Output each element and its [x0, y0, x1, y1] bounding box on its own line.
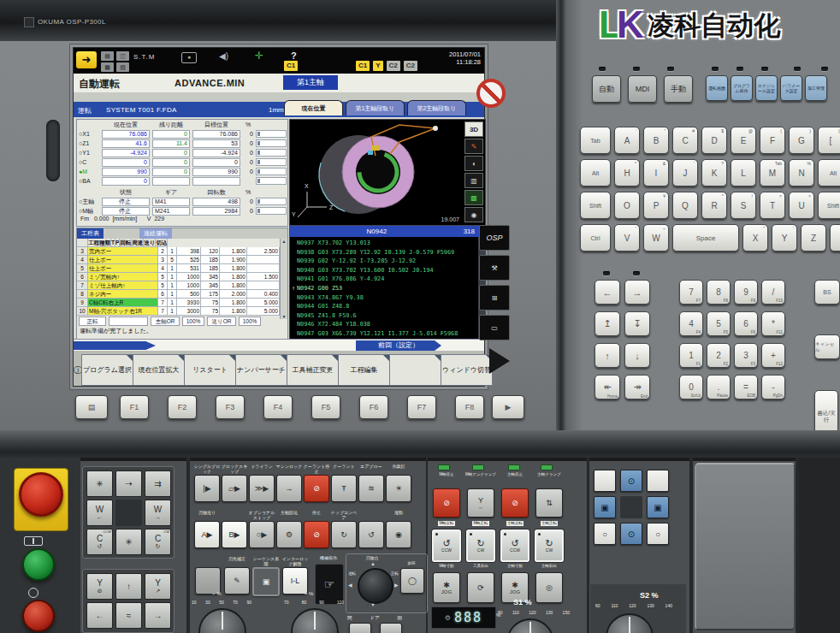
- jog-key[interactable]: W←: [86, 500, 113, 526]
- numpad-key[interactable]: -PgDn: [761, 375, 785, 399]
- keyboard-key[interactable]: Shift: [580, 192, 611, 219]
- viewer-tool-button[interactable]: ▥: [464, 173, 483, 188]
- menu-page-key[interactable]: プログラム操作: [731, 75, 753, 101]
- process-row[interactable]: 6 ミゾ荒幅内↑ 5 1 1000 345 1.800 1.500: [77, 273, 287, 281]
- keyboard-key[interactable]: Ctrl: [580, 224, 611, 251]
- auxiliary-key[interactable]: ⊙: [620, 470, 642, 492]
- keyboard-key[interactable]: Alt: [580, 159, 611, 186]
- bezel-touch-button[interactable]: OSP: [479, 225, 510, 251]
- function-label[interactable]: ウィンドウ切替: [441, 354, 493, 386]
- keyboard-key[interactable]: X": [742, 224, 768, 251]
- bezel-touch-button[interactable]: ⚒: [479, 255, 510, 281]
- operation-key[interactable]: ≋: [358, 475, 384, 502]
- keyboard-key[interactable]: L: [731, 159, 756, 186]
- menu-key[interactable]: ▤: [75, 395, 108, 419]
- operation-key[interactable]: ▱▶: [222, 475, 247, 502]
- keyboard-key[interactable]: C#: [672, 127, 698, 154]
- operation-key[interactable]: →: [276, 475, 302, 502]
- keyboard-key[interactable]: K?: [701, 159, 727, 186]
- numpad-key[interactable]: 9F9: [734, 280, 758, 305]
- cursor-key[interactable]: ←: [595, 280, 620, 305]
- keyboard-key[interactable]: Alt: [818, 159, 840, 186]
- process-row[interactable]: 8 ネジ内ー 6 1 500 175 2.000 0.400: [77, 290, 287, 299]
- cursor-key[interactable]: ↓: [624, 343, 650, 368]
- numpad-key[interactable]: 4F4: [679, 311, 703, 336]
- power-off-button[interactable]: [22, 600, 55, 632]
- keyboard-key[interactable]: [{: [818, 127, 840, 154]
- operation-key[interactable]: ✎: [224, 567, 250, 595]
- cancel-key[interactable]: キャンセル: [814, 334, 840, 359]
- feed-override-dial[interactable]: [198, 608, 246, 633]
- bezel-touch-button[interactable]: ▭: [479, 315, 510, 340]
- operation-key[interactable]: ⚙: [276, 521, 302, 548]
- emergency-stop-button[interactable]: [19, 472, 63, 517]
- function-key[interactable]: F8: [455, 395, 484, 419]
- function-label[interactable]: ナンバーサーチ: [235, 354, 287, 386]
- function-key[interactable]: F3: [216, 395, 245, 419]
- auxiliary-key[interactable]: ▣: [594, 496, 616, 518]
- numpad-key[interactable]: 1F1: [679, 343, 703, 368]
- jog-key[interactable]: ≈: [115, 602, 142, 629]
- function-key[interactable]: F4: [263, 395, 293, 419]
- keyboard-key[interactable]: S!: [731, 192, 756, 219]
- function-label[interactable]: [389, 354, 441, 386]
- keyboard-key[interactable]: P¥: [643, 192, 669, 219]
- numpad-key[interactable]: *F11: [761, 311, 785, 336]
- spindle-stop-key[interactable]: Y↔: [467, 488, 494, 518]
- keyboard-key[interactable]: F(: [760, 127, 785, 154]
- power-on-button[interactable]: [22, 548, 55, 581]
- backspace-key[interactable]: BS: [814, 280, 840, 305]
- jog-key[interactable]: Y↗: [145, 573, 171, 600]
- bezel-touch-button[interactable]: ⊞: [479, 285, 510, 311]
- numpad-key[interactable]: =EOB: [734, 375, 758, 399]
- viewer-tool-button[interactable]: 3D: [464, 121, 483, 137]
- keyboard-key[interactable]: V': [614, 224, 640, 251]
- numpad-key[interactable]: /F10: [761, 280, 785, 305]
- cursor-key[interactable]: →: [624, 280, 650, 305]
- numpad-key[interactable]: .Pause: [707, 375, 731, 399]
- keyboard-key[interactable]: Ctrl: [830, 224, 840, 251]
- cursor-key[interactable]: ↥: [595, 311, 620, 336]
- keyboard-key[interactable]: J': [672, 159, 698, 186]
- keyboard-key[interactable]: T<: [760, 192, 785, 219]
- keyboard-key[interactable]: Q: [672, 192, 698, 219]
- numpad-key[interactable]: 0ScrLk: [679, 375, 703, 399]
- spindle-rotation-key[interactable]: ↺CCW: [432, 529, 461, 562]
- function-key[interactable]: F2: [168, 395, 197, 419]
- function-key[interactable]: F1: [120, 395, 149, 419]
- process-row[interactable]: 9 C軸C転右上R 7 1 3930 75 1.800 5.000: [77, 299, 287, 307]
- numpad-key[interactable]: 7F7: [679, 280, 703, 305]
- cursor-key[interactable]: ↑: [595, 343, 620, 368]
- operation-key[interactable]: ◉: [386, 521, 411, 548]
- viewer-tool-button[interactable]: ◖: [464, 156, 483, 171]
- keyboard-key[interactable]: N%: [789, 159, 814, 186]
- auxiliary-key[interactable]: [647, 470, 669, 492]
- spindle-stop-key[interactable]: ⇅: [535, 488, 563, 518]
- operation-key[interactable]: ≫▶: [249, 475, 275, 502]
- s1-override-dial[interactable]: [506, 618, 554, 633]
- operation-key[interactable]: ○▶: [249, 521, 275, 548]
- keyboard-key[interactable]: B": [643, 127, 669, 154]
- operation-key[interactable]: B▶: [222, 521, 247, 548]
- auxiliary-key[interactable]: ○: [594, 523, 616, 545]
- viewer-tool-button[interactable]: ▩: [464, 190, 483, 205]
- cursor-key[interactable]: ↞Home: [595, 375, 620, 399]
- keyboard-key[interactable]: A': [614, 127, 640, 154]
- function-label[interactable]: 工程編集: [338, 354, 390, 386]
- process-row[interactable]: 3 荒内ボー 2 1 398 120 1.800 2.500: [77, 247, 287, 256]
- jog-key[interactable]: →: [145, 602, 171, 629]
- joystick[interactable]: [358, 568, 393, 604]
- menu-page-key[interactable]: スケジュール設定: [755, 75, 778, 101]
- jog-key[interactable]: Y⊘: [86, 573, 113, 600]
- cursor-key[interactable]: ↧: [624, 311, 650, 336]
- keyboard-key[interactable]: W~: [643, 224, 669, 251]
- function-label[interactable]: プログラム選択: [81, 354, 133, 386]
- keyboard-key[interactable]: Tab: [580, 127, 611, 154]
- auxiliary-key[interactable]: [594, 470, 616, 492]
- function-label[interactable]: 現在位置拡大: [133, 354, 185, 386]
- function-label[interactable]: 工具補正変更: [287, 354, 339, 386]
- operation-key[interactable]: ▣: [252, 567, 280, 596]
- auxiliary-key[interactable]: ▣: [647, 496, 669, 518]
- spindle-stop-key[interactable]: ⊘: [433, 488, 460, 518]
- operation-key[interactable]: Ŧ: [331, 475, 357, 502]
